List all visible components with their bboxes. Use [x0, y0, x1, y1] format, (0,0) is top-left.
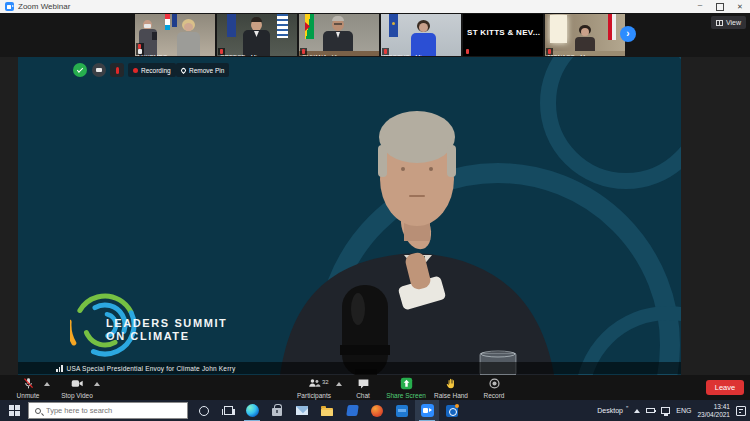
participant-tile-stkitts[interactable]: ST KITTS & NEV... — [463, 14, 543, 56]
unmute-button[interactable]: Unmute — [6, 377, 50, 399]
leaders-summit-logo: LEADERS SUMMIT ON CLIMATE — [70, 285, 270, 365]
participants-count: 32 — [322, 379, 329, 385]
mic-muted-icon — [22, 377, 35, 390]
participants-caret-icon[interactable] — [336, 382, 342, 386]
greece-flag — [277, 14, 288, 38]
stop-video-button[interactable]: Stop Video — [52, 377, 102, 399]
participant-label: KOSOVO - Mi... — [382, 48, 389, 55]
remove-pin-button[interactable]: Remove Pin — [176, 63, 229, 77]
zoom-toolbar: Unmute Stop Video Participants 32 Chat S… — [0, 375, 750, 400]
stage-background: Recording Remove Pin LEADERS SUMMIT ON C… — [0, 57, 750, 375]
taskbar-app-blue[interactable] — [340, 400, 364, 421]
participant-tile-kosovo[interactable]: KOSOVO - Mi... — [381, 14, 461, 56]
share-screen-label: Share Screen — [386, 392, 426, 399]
monaco-flag — [608, 14, 616, 40]
system-tray: Desktop ” ENG 13:41 23/04/2021 — [597, 400, 750, 421]
participant-tile-luxembourg[interactable]: LUXEMBO... — [135, 14, 215, 56]
muted-indicator-icon — [110, 63, 124, 77]
window-titlebar: Zoom Webinar — [0, 0, 750, 13]
recording-label: Recording — [141, 67, 171, 74]
audio-options-caret-icon[interactable] — [44, 382, 50, 386]
show-hidden-icons-chevron-icon[interactable] — [634, 409, 640, 413]
logo-text: LEADERS SUMMIT ON CLIMATE — [106, 317, 227, 343]
battery-icon[interactable] — [646, 408, 655, 413]
kosovo-flag — [389, 14, 398, 37]
share-screen-button[interactable]: Share Screen — [380, 377, 432, 399]
file-explorer-icon — [321, 408, 333, 416]
taskbar-app-blue2[interactable] — [390, 400, 414, 421]
network-display-icon[interactable] — [661, 407, 670, 414]
chat-label: Chat — [356, 392, 370, 399]
leave-button[interactable]: Leave — [706, 380, 744, 395]
taskbar-app-edge[interactable] — [240, 400, 264, 421]
raise-hand-label: Raise Hand — [434, 392, 468, 399]
taskbar-app-outlook[interactable] — [440, 400, 464, 421]
taskbar-clock[interactable]: 13:41 23/04/2021 — [697, 403, 730, 418]
participant-name: KOSOVO - Mi... — [384, 54, 427, 56]
taskbar-app-explorer[interactable] — [315, 400, 339, 421]
search-icon — [35, 408, 41, 414]
taskbar-search[interactable] — [28, 402, 188, 419]
close-button[interactable] — [730, 0, 750, 13]
pin-icon — [180, 66, 187, 73]
chat-button[interactable]: Chat — [346, 377, 380, 399]
blue-window-app-icon — [396, 405, 408, 417]
record-button[interactable]: Record — [474, 377, 514, 399]
stop-video-label: Stop Video — [61, 392, 93, 399]
clock-time: 13:41 — [714, 403, 730, 411]
language-indicator[interactable]: ENG — [676, 407, 691, 414]
task-view-icon — [224, 406, 233, 415]
participant-tile-greece[interactable]: GREECE - Min... — [217, 14, 297, 56]
raise-hand-button[interactable]: Raise Hand — [428, 377, 474, 399]
search-input[interactable] — [46, 406, 166, 415]
participant-label: GUYANA - Vic... — [300, 48, 307, 55]
cortana-button[interactable] — [192, 400, 216, 421]
start-button[interactable] — [2, 400, 26, 421]
view-button[interactable]: View — [711, 16, 746, 29]
ink-workspace-icon[interactable]: ” — [626, 405, 628, 412]
taskbar-app-store[interactable] — [265, 400, 289, 421]
minimize-button[interactable] — [690, 0, 710, 13]
participants-button[interactable]: Participants — [288, 377, 340, 399]
participant-tile-monaco[interactable]: MONACO - M... — [545, 14, 625, 56]
zoom-app-icon — [5, 2, 14, 11]
grid-icon — [716, 20, 723, 26]
red-app-icon — [371, 405, 383, 417]
participant-name: MONACO - M... — [548, 54, 590, 56]
action-center-icon[interactable] — [736, 406, 746, 416]
luxembourg-flag — [165, 14, 170, 30]
next-page-arrow-button[interactable]: › — [620, 26, 636, 42]
signal-strength-icon — [56, 365, 63, 372]
speaker-caption: USA Special Presidential Envoy for Clima… — [67, 365, 236, 372]
active-speaker-video[interactable]: Recording Remove Pin LEADERS SUMMIT ON C… — [18, 57, 681, 375]
chat-bubble-icon — [357, 377, 370, 390]
desktop-label[interactable]: Desktop — [597, 407, 623, 414]
taskbar-app-zoom[interactable] — [415, 400, 439, 421]
window-title: Zoom Webinar — [18, 2, 70, 11]
participant-label: GREECE - Min... — [218, 48, 225, 55]
windows-taskbar: Desktop ” ENG 13:41 23/04/2021 — [0, 400, 750, 421]
maximize-button[interactable] — [710, 0, 730, 13]
unmute-label: Unmute — [17, 392, 40, 399]
participant-label: LUXEMBO... — [136, 43, 144, 55]
security-shield-icon[interactable] — [73, 63, 87, 77]
recording-indicator: Recording — [128, 63, 176, 77]
participant-name: LUXEMBO... — [138, 54, 172, 56]
participant-label: MONACO - M... — [546, 48, 553, 55]
camera-icon — [70, 377, 84, 390]
participants-icon — [307, 377, 322, 390]
window-light — [550, 15, 567, 43]
taskbar-app-mail[interactable] — [290, 400, 314, 421]
record-label: Record — [484, 392, 505, 399]
meeting-info-icon[interactable] — [92, 63, 106, 77]
participant-name: GUYANA - Vic... — [302, 54, 345, 56]
video-options-caret-icon[interactable] — [94, 382, 100, 386]
task-view-button[interactable] — [216, 400, 240, 421]
participant-tile-guyana[interactable]: GUYANA - Vic... — [299, 14, 379, 56]
participants-label: Participants — [297, 392, 331, 399]
taskbar-app-red[interactable] — [365, 400, 389, 421]
participant-name: ST KITTS & NEV... — [467, 28, 540, 37]
eu-flag — [227, 14, 236, 37]
kosovo-flag-emblem — [392, 22, 395, 25]
eu-flag — [172, 14, 177, 27]
